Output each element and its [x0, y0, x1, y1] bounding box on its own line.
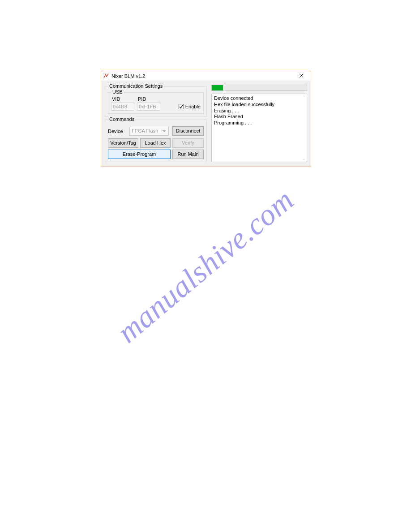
- right-column: ⌃ Device connected Hex file loaded succe…: [211, 84, 307, 162]
- window-title: Nixer BLM v1.2: [111, 73, 145, 79]
- pid-label: PID: [137, 96, 160, 102]
- titlebar: Nixer BLM v1.2: [101, 71, 311, 81]
- vid-field: [111, 103, 134, 111]
- titlebar-left: Nixer BLM v1.2: [103, 73, 145, 79]
- left-column: Communication Settings USB VID PID: [105, 84, 207, 162]
- log-line: Flash Erased: [214, 114, 304, 120]
- version-tag-button[interactable]: Version/Tag: [108, 138, 138, 148]
- run-main-button[interactable]: Run Main: [172, 150, 204, 159]
- close-button[interactable]: [295, 73, 308, 79]
- command-button-grid: Version/Tag Load Hex File Verify Erase-P…: [108, 138, 204, 159]
- commands-group: Commands Device FPGA Flash Disconnect Ve…: [105, 120, 207, 162]
- log-line: Hex file loaded successfully: [214, 102, 304, 108]
- device-combo-value: FPGA Flash: [132, 128, 158, 133]
- usb-group: USB VID PID: [108, 92, 204, 114]
- verify-button[interactable]: Verify: [172, 138, 204, 148]
- device-row: Device FPGA Flash Disconnect: [108, 126, 204, 136]
- communication-settings-label: Communication Settings: [108, 83, 164, 89]
- log-line: Erasing . . .: [214, 108, 304, 114]
- client-area: Communication Settings USB VID PID: [101, 81, 311, 167]
- device-combo[interactable]: FPGA Flash: [129, 127, 169, 136]
- pid-field: [137, 103, 160, 111]
- progress-fill: [212, 85, 223, 90]
- app-window: Nixer BLM v1.2 Communication Settings US…: [101, 71, 311, 167]
- log-line: Device connected: [214, 95, 304, 102]
- scroll-up-icon[interactable]: ⌃: [302, 95, 306, 99]
- vid-label: VID: [111, 96, 134, 102]
- enable-checkbox[interactable]: [179, 104, 184, 109]
- device-label: Device: [108, 129, 126, 134]
- log-line: Programming . . .: [214, 120, 304, 126]
- usb-label: USB: [111, 89, 124, 94]
- scroll-down-icon[interactable]: ⌄: [302, 156, 306, 161]
- usb-row: VID PID Enable: [111, 96, 201, 111]
- vid-column: VID: [111, 96, 134, 111]
- document-frame: Nixer BLM v1.2 Communication Settings US…: [101, 71, 311, 167]
- disconnect-button[interactable]: Disconnect: [172, 126, 204, 136]
- pid-column: PID: [137, 96, 160, 111]
- enable-label: Enable: [185, 104, 201, 109]
- communication-settings-group: Communication Settings USB VID PID: [105, 86, 207, 117]
- enable-checkbox-wrap[interactable]: Enable: [179, 104, 201, 109]
- log-output: ⌃ Device connected Hex file loaded succe…: [211, 94, 307, 162]
- load-hex-button[interactable]: Load Hex File: [140, 138, 171, 148]
- commands-label: Commands: [108, 116, 136, 122]
- watermark: manualshive.com: [110, 182, 300, 350]
- progress-bar: [211, 85, 307, 91]
- erase-program-button[interactable]: Erase-Program: [108, 150, 171, 159]
- app-icon: [103, 73, 109, 79]
